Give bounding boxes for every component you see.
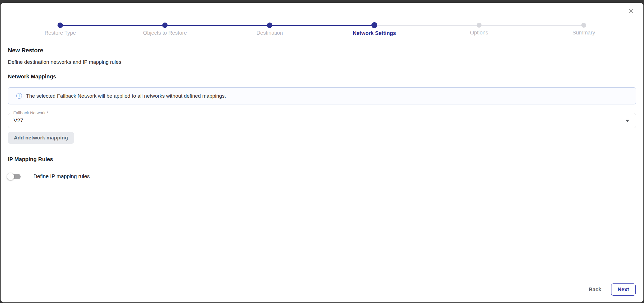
page-subtitle: Define destination networks and IP mappi… (8, 59, 636, 65)
fallback-network-select[interactable]: Fallback Network * V27 (8, 113, 636, 128)
chevron-down-icon (626, 120, 629, 122)
fallback-network-label: Fallback Network * (12, 110, 50, 115)
define-ip-mapping-toggle[interactable] (8, 174, 21, 179)
step-dot (581, 23, 586, 28)
new-restore-dialog: Restore Type Objects to Restore Destinat… (1, 3, 643, 302)
step-dot (162, 23, 168, 28)
step-label: Summary (572, 30, 595, 36)
ip-mapping-toggle-label: Define IP mapping rules (33, 173, 90, 180)
info-banner-text: The selected Fallback Network will be ap… (26, 93, 226, 99)
stepper-connector (427, 25, 479, 26)
add-network-mapping-button[interactable]: Add network mapping (8, 132, 74, 144)
stepper-step-destination[interactable]: Destination (217, 13, 322, 36)
next-button[interactable]: Next (611, 283, 636, 296)
stepper-connector (113, 25, 165, 26)
step-label: Options (470, 30, 488, 36)
stepper-connector (165, 25, 217, 26)
stepper-step-restore-type[interactable]: Restore Type (8, 13, 113, 36)
stepper-step-network-settings[interactable]: Network Settings (322, 13, 427, 36)
stepper-connector (531, 25, 584, 26)
dialog-footer: Back Next (585, 283, 636, 296)
stepper-connector (60, 25, 113, 26)
page-title: New Restore (8, 47, 636, 54)
network-mappings-heading: Network Mappings (8, 74, 636, 80)
stepper-connector (217, 25, 270, 26)
ip-mapping-toggle-row: Define IP mapping rules (8, 173, 636, 180)
wizard-stepper: Restore Type Objects to Restore Destinat… (8, 3, 636, 36)
dialog-content: New Restore Define destination networks … (1, 47, 643, 180)
stepper-step-options[interactable]: Options (427, 13, 531, 36)
step-dot (58, 23, 63, 28)
stepper-step-summary[interactable]: Summary (531, 13, 636, 36)
stepper-connector (322, 25, 374, 26)
ip-mapping-rules-heading: IP Mapping Rules (8, 156, 636, 162)
stepper-step-objects-to-restore[interactable]: Objects to Restore (113, 13, 217, 36)
step-label: Destination (256, 30, 283, 36)
step-dot (477, 23, 482, 28)
step-label: Network Settings (353, 30, 396, 36)
fallback-network-value: V27 (14, 117, 23, 124)
back-button[interactable]: Back (585, 284, 605, 295)
stepper-connector (374, 25, 427, 26)
step-dot (267, 23, 272, 28)
step-dot (371, 22, 377, 28)
info-icon: i (16, 93, 22, 99)
step-label: Restore Type (44, 30, 76, 36)
toggle-thumb (7, 173, 14, 180)
stepper-connector (479, 25, 531, 26)
stepper-connector (270, 25, 322, 26)
step-label: Objects to Restore (143, 30, 187, 36)
fallback-network-info-banner: i The selected Fallback Network will be … (8, 87, 636, 104)
